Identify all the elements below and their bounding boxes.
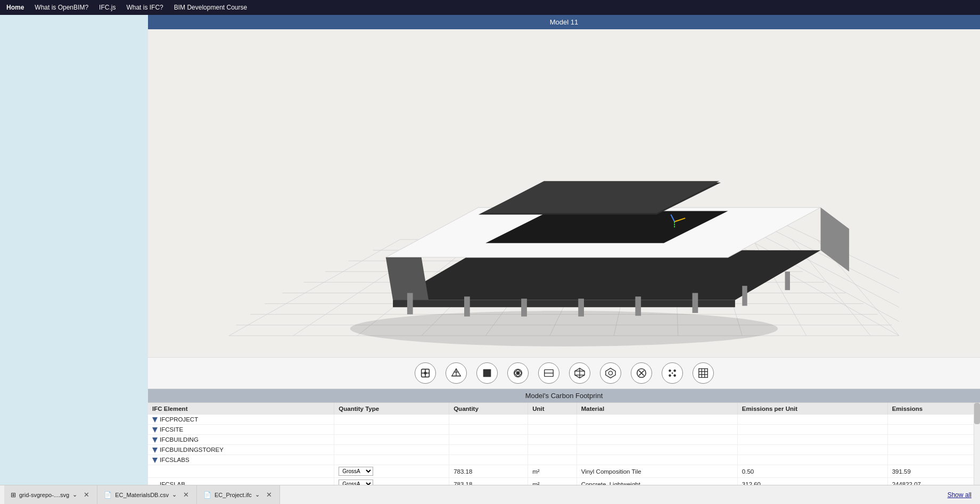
emissions-cell: 244822.07: [887, 478, 979, 485]
table-scrollbar[interactable]: [974, 403, 980, 485]
svg-point-70: [669, 369, 671, 372]
tool-colorize[interactable]: [507, 362, 529, 384]
viewport-svg: [148, 29, 980, 357]
qty-type-select[interactable]: GrossA: [339, 480, 373, 485]
bottom-bar: ⊞ grid-svgrepo-....svg ⌄ ✕ 📄 EC_Material…: [0, 485, 980, 504]
svg-rect-41: [635, 296, 641, 316]
quantity-cell: 783.18: [449, 465, 528, 478]
svg-rect-37: [407, 293, 413, 314]
3d-viewport[interactable]: [148, 29, 980, 357]
nav-whatifc[interactable]: What is IFC?: [126, 4, 163, 11]
nav-ifcjs[interactable]: IFC.js: [99, 4, 116, 11]
material-cell: [577, 445, 737, 455]
quantity-cell: [449, 415, 528, 425]
material-cell: [577, 425, 737, 435]
emissions-cell: [887, 435, 979, 445]
bottom-tabs: ⊞ grid-svgrepo-....svg ⌄ ✕ 📄 EC_Material…: [4, 485, 280, 504]
tab-csv[interactable]: 📄 EC_MaterialsDB.csv ⌄ ✕: [97, 485, 197, 504]
tab-ifc[interactable]: 📄 EC_Project.ifc ⌄ ✕: [197, 485, 280, 504]
col-material: Material: [577, 403, 737, 415]
emissions-cell: [887, 445, 979, 455]
qty-type-cell[interactable]: GrossA: [334, 478, 449, 485]
top-navigation: Home What is OpenBIM? IFC.js What is IFC…: [0, 0, 980, 15]
table-row: GrossA783.18m²Vinyl Composition Tile0.50…: [148, 465, 980, 478]
epu-cell: [737, 455, 887, 465]
carbon-table-container[interactable]: IFC Element Quantity Type Quantity Unit …: [148, 402, 980, 485]
tree-label: IFCSLAB: [160, 481, 185, 485]
table-row: IFCSLABS: [148, 455, 980, 465]
tool-wireframe[interactable]: [446, 362, 467, 384]
quantity-cell: [449, 435, 528, 445]
tab-csv-chevron[interactable]: ⌄: [172, 491, 177, 498]
emissions-cell: [887, 425, 979, 435]
unit-cell: [528, 415, 577, 425]
tab-svg-close[interactable]: ✕: [83, 491, 90, 499]
tool-solid[interactable]: [476, 362, 498, 384]
tool-explore[interactable]: [662, 362, 683, 384]
svg-rect-42: [693, 293, 698, 312]
col-quantity: Quantity: [449, 403, 528, 415]
tool-fragment[interactable]: [600, 362, 621, 384]
qty-type-cell: [334, 445, 449, 455]
unit-cell: [528, 445, 577, 455]
tab-csv-icon: 📄: [104, 491, 112, 499]
svg-rect-75: [698, 369, 707, 378]
material-cell: [577, 455, 737, 465]
unit-cell: [528, 455, 577, 465]
tool-2d[interactable]: [538, 362, 559, 384]
svg-point-74: [671, 373, 673, 374]
tool-3d[interactable]: [569, 362, 590, 384]
carbon-table: IFC Element Quantity Type Quantity Unit …: [148, 403, 980, 485]
tool-section[interactable]: [415, 362, 436, 384]
svg-marker-65: [605, 368, 615, 378]
nav-bimcourse[interactable]: BIM Development Course: [174, 4, 247, 11]
qty-type-cell: [334, 415, 449, 425]
tool-grid[interactable]: [693, 362, 714, 384]
tree-label: IFCSITE: [160, 426, 183, 433]
qty-type-select[interactable]: GrossA: [339, 467, 373, 476]
qty-type-cell: [334, 455, 449, 465]
unit-cell: m²: [528, 465, 577, 478]
epu-cell: [737, 435, 887, 445]
svg-point-58: [516, 371, 520, 375]
tab-svg-chevron[interactable]: ⌄: [72, 491, 77, 498]
tree-label: IFCPROJECT: [160, 416, 198, 423]
tab-svg-icon: ⊞: [11, 491, 16, 499]
quantity-cell: [449, 455, 528, 465]
left-panel: [0, 15, 148, 485]
unit-cell: [528, 435, 577, 445]
svg-rect-38: [464, 296, 470, 316]
unit-cell: m²: [528, 478, 577, 485]
material-cell: [577, 415, 737, 425]
table-row: IFCSLABGrossA783.18m²Concrete, Lightweig…: [148, 478, 980, 485]
unit-cell: [528, 425, 577, 435]
col-epu: Emissions per Unit: [737, 403, 887, 415]
epu-cell: [737, 425, 887, 435]
tab-csv-close[interactable]: ✕: [182, 491, 190, 499]
qty-type-cell: [334, 435, 449, 445]
nav-home[interactable]: Home: [6, 4, 24, 11]
emissions-cell: 391.59: [887, 465, 979, 478]
material-cell: [577, 435, 737, 445]
tree-label: IFCSLABS: [160, 457, 190, 463]
tab-svg-label: grid-svgrepo-....svg: [19, 492, 69, 498]
scrollbar-thumb[interactable]: [974, 403, 980, 424]
svg-point-73: [673, 374, 676, 377]
carbon-footprint-header: Model's Carbon Footprint: [148, 389, 980, 402]
svg-point-71: [673, 369, 676, 372]
tab-ifc-chevron[interactable]: ⌄: [255, 491, 260, 498]
nav-openbim[interactable]: What is OpenBIM?: [35, 4, 88, 11]
table-row: IFCBUILDINGSTOREY: [148, 445, 980, 455]
tool-delete[interactable]: [631, 362, 652, 384]
tab-ifc-close[interactable]: ✕: [265, 491, 273, 499]
svg-point-66: [608, 371, 612, 375]
col-emissions: Emissions: [887, 403, 979, 415]
show-all-button[interactable]: Show all: [943, 489, 976, 501]
quantity-cell: [449, 445, 528, 455]
svg-point-28: [350, 311, 778, 346]
quantity-cell: [449, 425, 528, 435]
tab-ifc-icon: 📄: [203, 491, 211, 499]
epu-cell: [737, 415, 887, 425]
qty-type-cell[interactable]: GrossA: [334, 465, 449, 478]
tab-svg[interactable]: ⊞ grid-svgrepo-....svg ⌄ ✕: [4, 485, 97, 504]
